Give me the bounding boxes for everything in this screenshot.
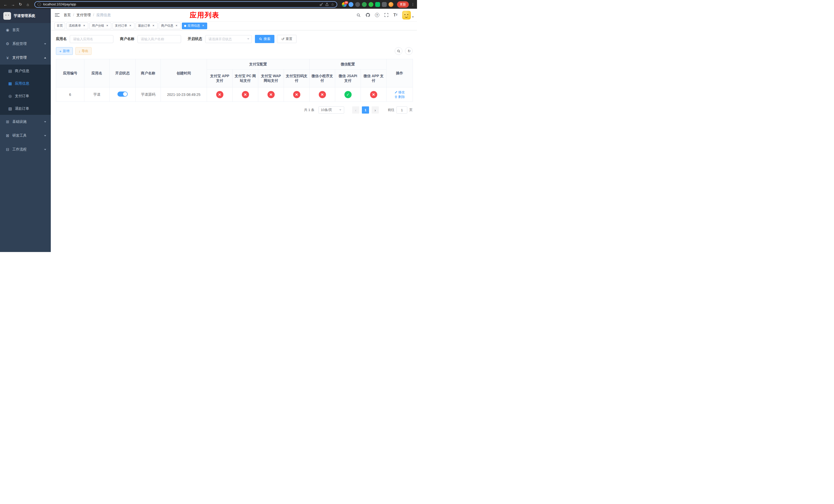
col-alipay-wap: 支付宝 WAP 网站支付	[258, 69, 284, 87]
user-avatar[interactable]	[402, 11, 411, 20]
tab-user-group[interactable]: 用户分组	[89, 23, 111, 29]
sidebar-item-devtools[interactable]: ⊠ 研发工具	[0, 129, 51, 142]
profile-avatar-icon[interactable]	[389, 2, 393, 7]
close-icon[interactable]	[201, 24, 205, 28]
breadcrumb: 首页 支付管理 应用信息	[64, 13, 111, 18]
browser-update-button[interactable]: 更新	[397, 1, 409, 8]
sidebar-item-refund-order[interactable]: ▧ 退款订单	[0, 102, 51, 115]
cell-alipay-pc	[233, 87, 258, 102]
cell-create-time: 2021-10-23 08:49:25	[161, 87, 207, 102]
sidebar-item-workflow[interactable]: ⊟ 工作流程	[0, 142, 51, 156]
reset-button[interactable]: 重置	[277, 35, 297, 43]
breadcrumb-home[interactable]: 首页	[64, 13, 71, 18]
search-icon[interactable]	[354, 10, 363, 20]
chevron-down-icon	[339, 110, 341, 111]
forward-icon[interactable]: →	[9, 1, 16, 8]
alipay-wap-status-icon	[267, 91, 275, 98]
extension-icon[interactable]	[375, 2, 380, 7]
extension-icon[interactable]	[362, 2, 367, 7]
merchant-name-input[interactable]	[137, 35, 181, 43]
page-title: 应用列表	[190, 10, 220, 20]
gear-icon: ⚙	[5, 42, 10, 46]
goto-page-input[interactable]	[396, 107, 407, 114]
tab-app-info[interactable]: 应用信息	[182, 23, 207, 29]
user-menu-caret-icon[interactable]	[412, 17, 414, 18]
fullscreen-icon[interactable]	[381, 10, 391, 20]
search-button[interactable]: 搜索	[255, 35, 275, 43]
extensions-row: 10	[342, 2, 393, 7]
sidebar-item-infrastructure[interactable]: ⊞ 基础设施	[0, 115, 51, 129]
edit-link[interactable]: 修改	[394, 90, 405, 95]
tab-merchant-info[interactable]: 商户信息	[159, 23, 180, 29]
status-select-input[interactable]	[205, 35, 252, 43]
browser-menu-icon[interactable]: ⋮	[411, 2, 415, 6]
sidebar-item-app-info[interactable]: ▦ 应用信息	[0, 77, 51, 90]
reload-icon[interactable]: ↻	[17, 1, 24, 8]
edit-pen-icon	[394, 91, 397, 94]
tab-refund-order[interactable]: 退款订单	[136, 23, 157, 29]
cell-status	[110, 87, 136, 102]
site-info-icon[interactable]: i	[38, 3, 41, 6]
payment-submenu: ▤ 商户信息 ▦ 应用信息 ◎ 支付订单 ▧ 退款订单	[0, 65, 51, 115]
merchant-card-icon: ▤	[8, 69, 13, 73]
cell-merchant-name: 芋道源码	[136, 87, 161, 102]
bookmark-star-icon[interactable]: ☆	[331, 2, 334, 6]
wechat-app-status-icon	[370, 91, 377, 98]
sidebar-item-merchant-info[interactable]: ▤ 商户信息	[0, 65, 51, 77]
dashboard-icon: ◉	[5, 28, 10, 32]
export-button[interactable]: 导出	[75, 47, 92, 55]
toggle-search-button[interactable]	[395, 47, 402, 55]
goto-page: 前往 页	[388, 107, 413, 114]
sidebar-item-pay-order[interactable]: ◎ 支付订单	[0, 90, 51, 102]
url-text[interactable]: localhost:1024/pay/app	[43, 3, 317, 6]
hamburger-icon[interactable]	[51, 9, 64, 22]
extension-icon[interactable]	[349, 2, 353, 7]
share-icon[interactable]	[325, 3, 329, 6]
extension-icon[interactable]	[382, 2, 387, 7]
close-icon[interactable]	[105, 24, 109, 28]
password-key-icon[interactable]	[320, 3, 323, 6]
status-toggle[interactable]	[117, 92, 128, 97]
font-size-icon[interactable]: TT	[391, 10, 400, 20]
page-size-select[interactable]: 10条/页	[319, 107, 344, 114]
extension-icon[interactable]	[369, 2, 373, 7]
cell-wechat-mini	[310, 87, 335, 102]
col-merchant-name: 商户名称	[136, 59, 161, 87]
app-table-wrap: 应用编号 应用名 开启状态 商户名称 创建时间 支付宝配置 微信配置 操作 支付…	[56, 59, 413, 102]
chevron-down-icon	[44, 135, 46, 136]
tab-pay-order[interactable]: 支付订单	[113, 23, 134, 29]
delete-link[interactable]: 删除	[394, 95, 405, 99]
close-icon[interactable]	[152, 24, 155, 28]
address-bar[interactable]: i localhost:1024/pay/app ☆	[35, 1, 337, 8]
col-alipay-app: 支付宝 APP 支付	[207, 69, 233, 87]
extension-icon[interactable]: 10	[342, 2, 347, 7]
refresh-table-button[interactable]	[405, 47, 413, 55]
home-icon[interactable]: ⌂	[24, 1, 31, 8]
sidebar-logo[interactable]: 芋道管理系统	[0, 9, 51, 23]
sidebar-item-payment[interactable]: ¥ 支付管理	[0, 51, 51, 65]
add-button[interactable]: 新增	[56, 47, 73, 55]
tab-process-form[interactable]: 流程表单	[66, 23, 88, 29]
tab-home[interactable]: 首页	[54, 23, 65, 29]
extension-icon[interactable]	[355, 2, 360, 7]
app-name-input[interactable]	[70, 35, 113, 43]
sidebar-item-home[interactable]: ◉ 首页	[0, 23, 51, 37]
close-icon[interactable]	[129, 24, 132, 28]
col-wechat-app: 微信 APP 支付	[361, 69, 387, 87]
help-icon[interactable]: ?	[372, 10, 381, 20]
status-select[interactable]	[205, 35, 252, 43]
prev-page-button[interactable]	[352, 107, 359, 114]
breadcrumb-payment[interactable]: 支付管理	[71, 13, 91, 18]
cell-alipay-app	[207, 87, 233, 102]
close-icon[interactable]	[82, 24, 86, 28]
close-icon[interactable]	[175, 24, 178, 28]
workflow-icon: ⊟	[5, 147, 10, 152]
back-icon[interactable]: ←	[2, 1, 9, 8]
next-page-button[interactable]	[372, 107, 379, 114]
col-status: 开启状态	[110, 59, 136, 87]
github-icon[interactable]	[363, 10, 372, 20]
page-number-1[interactable]: 1	[362, 107, 369, 114]
table-row: 6 芋道 芋道源码 2021-10-23 08:49:25	[56, 87, 413, 102]
table-toolbar: 新增 导出	[56, 47, 413, 55]
sidebar-item-system[interactable]: ⚙ 系统管理	[0, 37, 51, 51]
